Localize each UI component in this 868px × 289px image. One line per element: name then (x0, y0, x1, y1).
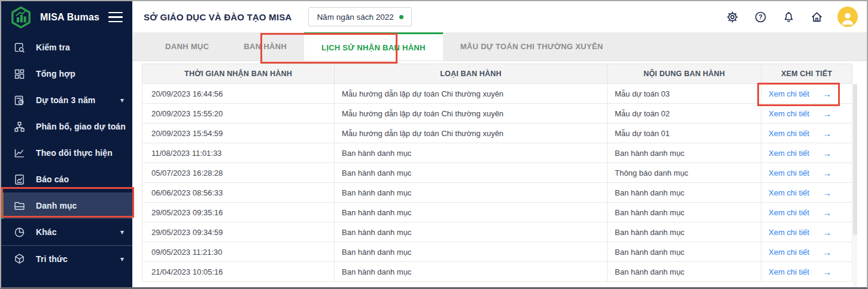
tab-label: LỊCH SỬ NHẬN BAN HÀNH (321, 43, 426, 52)
view-detail-link[interactable]: Xem chi tiết → (769, 247, 845, 257)
gear-icon[interactable] (725, 10, 739, 24)
cell-receive-time: 11/08/2023 11:01:33 (142, 143, 335, 163)
sidebar-item-label: Khác (36, 227, 57, 237)
home-icon[interactable] (809, 10, 824, 24)
sidebar-item-tri-thuc[interactable]: Tri thức ▾ (1, 245, 132, 272)
view-detail-link[interactable]: Xem chi tiết → (769, 207, 845, 218)
sidebar-item-label: Kiểm tra (36, 43, 70, 52)
cell-receive-time: 05/07/2023 16:28:28 (142, 163, 335, 183)
view-detail-link[interactable]: Xem chi tiết → (769, 89, 845, 99)
view-detail-link[interactable]: Xem chi tiết → (769, 188, 845, 198)
cube-icon (13, 252, 26, 266)
budget-3y-icon: 3 (13, 94, 26, 107)
report-icon (13, 173, 26, 186)
view-detail-link[interactable]: Xem chi tiết → (769, 267, 845, 277)
arrow-right-icon: → (823, 227, 831, 237)
arrow-right-icon: → (823, 267, 831, 277)
scrollbar-thumb[interactable] (853, 84, 857, 235)
cell-issue-content: Ban hành danh mục (608, 143, 761, 163)
view-detail-label: Xem chi tiết (769, 228, 809, 237)
sidebar-item-label: Tri thức (36, 254, 68, 264)
svg-text:?: ? (758, 13, 762, 20)
view-detail-link[interactable]: Xem chi tiết → (769, 227, 845, 237)
table-row: 20/09/2023 15:55:20 Mẫu hướng dẫn lập dự… (142, 104, 852, 124)
sidebar-item-kiem-tra[interactable]: Kiểm tra ▾ (1, 34, 132, 61)
col-header-time: THỜI GIAN NHẬN BAN HÀNH (142, 64, 335, 84)
sidebar-item-label: Danh mục (36, 201, 77, 210)
bell-icon[interactable] (781, 10, 796, 24)
view-detail-label: Xem chi tiết (769, 248, 809, 257)
sidebar-item-bao-cao[interactable]: Báo cáo ▾ (1, 166, 132, 192)
col-header-type: LOẠI BAN HÀNH (335, 64, 608, 84)
tab-label: DANH MỤC (165, 42, 209, 51)
sidebar-item-label: Báo cáo (36, 174, 69, 184)
content-panel: THỜI GIAN NHẬN BAN HÀNH LOẠI BAN HÀNH NỘ… (132, 61, 867, 287)
cell-receive-time: 29/05/2023 09:35:16 (142, 203, 335, 222)
view-detail-link[interactable]: Xem chi tiết → (769, 168, 845, 178)
status-dot (399, 15, 403, 19)
avatar[interactable] (837, 7, 858, 27)
line-chart-icon (13, 146, 26, 159)
table-row: 21/04/2023 10:05:16 Ban hành danh mục Ba… (142, 262, 852, 282)
org-name: SỞ GIÁO DỤC VÀ ĐÀO TẠO MISA (144, 12, 292, 22)
chevron-down-icon: ▾ (120, 96, 124, 104)
sidebar-item-khac[interactable]: Khác ▾ (1, 219, 132, 245)
table-row: 29/05/2023 09:35:16 Ban hành danh mục Ba… (142, 203, 852, 222)
app-window: MISA Bumas Kiểm tra ▾ Tổng hợp ▾ 3 Dự to… (0, 0, 868, 289)
table-row: 29/05/2023 09:34:59 Ban hành danh mục Ba… (142, 222, 852, 242)
table-row: 20/09/2023 16:44:56 Mẫu hướng dẫn lập dự… (142, 84, 852, 104)
pie-chart-icon (13, 225, 26, 239)
arrow-right-icon: → (823, 148, 831, 158)
sidebar-item-du-toan[interactable]: 3 Dự toán 3 năm ▾ (1, 87, 132, 113)
table-row: 20/09/2023 15:54:59 Mẫu hướng dẫn lập dự… (142, 124, 852, 143)
topbar: SỞ GIÁO DỤC VÀ ĐÀO TẠO MISA Năm ngân sác… (132, 1, 867, 32)
sidebar-item-danh-muc[interactable]: Danh mục ▾ (1, 192, 132, 219)
vertical-scrollbar[interactable] (853, 84, 857, 287)
table-row: 05/07/2023 16:28:28 Ban hành danh mục Th… (142, 163, 852, 183)
folder-icon (13, 199, 26, 212)
cell-issue-type: Ban hành danh mục (335, 163, 608, 183)
table-header-row: THỜI GIAN NHẬN BAN HÀNH LOẠI BAN HÀNH NỘ… (142, 64, 852, 84)
tab-danh-muc[interactable]: DANH MỤC (148, 32, 226, 61)
view-detail-link[interactable]: Xem chi tiết → (769, 148, 845, 158)
cell-issue-type: Ban hành danh mục (335, 143, 608, 163)
col-header-detail: XEM CHI TIẾT (761, 64, 852, 84)
cell-issue-content: Ban hành danh mục (608, 262, 761, 282)
view-detail-label: Xem chi tiết (769, 109, 809, 118)
main-area: SỞ GIÁO DỤC VÀ ĐÀO TẠO MISA Năm ngân sác… (132, 1, 867, 287)
sidebar-item-phan-bo[interactable]: Phân bổ, giao dự toán ▾ (1, 113, 132, 140)
tab-ban-hanh[interactable]: BAN HÀNH (226, 32, 304, 61)
cell-issue-type: Ban hành danh mục (335, 262, 608, 282)
svg-text:3: 3 (20, 100, 22, 104)
cell-receive-time: 20/09/2023 16:44:56 (142, 84, 335, 104)
budget-year-button[interactable]: Năm ngân sách 2022 (308, 7, 411, 26)
menu-toggle-icon[interactable] (108, 10, 123, 25)
arrow-right-icon: → (823, 188, 831, 198)
sidebar-item-tong-hop[interactable]: Tổng hợp ▾ (1, 61, 132, 87)
cell-receive-time: 20/09/2023 15:54:59 (142, 124, 335, 143)
cell-receive-time: 06/06/2023 08:56:33 (142, 183, 335, 203)
cell-issue-content: Ban hành danh mục (608, 183, 761, 203)
view-detail-link[interactable]: Xem chi tiết → (769, 109, 845, 119)
tab-mau-du-toan[interactable]: MẪU DỰ TOÁN CHI THƯỜNG XUYÊN (443, 32, 621, 61)
cell-issue-type: Ban hành danh mục (335, 183, 608, 203)
sidebar-menu: Kiểm tra ▾ Tổng hợp ▾ 3 Dự toán 3 năm ▾ … (1, 33, 132, 272)
arrow-right-icon: → (823, 207, 831, 218)
cell-receive-time: 29/05/2023 09:34:59 (142, 222, 335, 242)
logo-row: MISA Bumas (1, 1, 132, 33)
view-detail-label: Xem chi tiết (769, 129, 809, 138)
cell-issue-type: Ban hành danh mục (335, 242, 608, 262)
sidebar-item-label: Phân bổ, giao dự toán (36, 122, 126, 131)
cell-issue-type: Mẫu hướng dẫn lập dự toán Chi thường xuy… (335, 124, 608, 143)
view-detail-label: Xem chi tiết (769, 208, 809, 217)
tab-bar: DANH MỤC BAN HÀNH LỊCH SỬ NHẬN BAN HÀNH … (132, 32, 867, 61)
arrow-right-icon: → (823, 128, 831, 139)
view-detail-link[interactable]: Xem chi tiết → (769, 128, 845, 139)
cell-receive-time: 21/04/2023 10:05:16 (142, 262, 335, 282)
cell-issue-type: Ban hành danh mục (335, 203, 608, 222)
view-detail-label: Xem chi tiết (769, 149, 809, 158)
tab-lich-su-nhan[interactable]: LỊCH SỬ NHẬN BAN HÀNH (304, 32, 443, 61)
sidebar-item-theo-doi[interactable]: Theo dõi thực hiện ▾ (1, 140, 132, 166)
help-icon[interactable]: ? (753, 10, 767, 24)
arrow-right-icon: → (823, 109, 831, 119)
